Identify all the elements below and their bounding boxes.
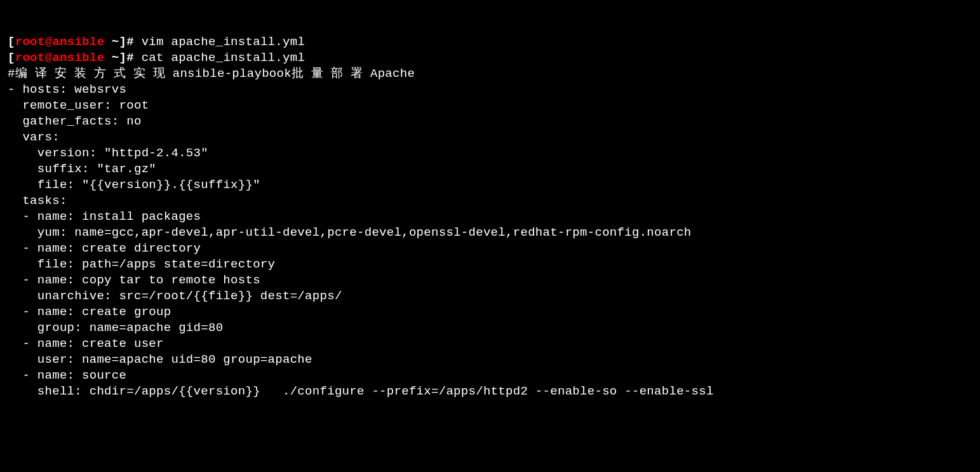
bracket-open: [ (8, 35, 15, 49)
prompt-line-1[interactable]: [root@ansible ~]# vim apache_install.yml (8, 34, 972, 50)
file-line-hosts: - hosts: websrvs (8, 82, 972, 98)
prompt-at: @ (45, 51, 53, 65)
terminal-output: [root@ansible ~]# vim apache_install.yml… (8, 34, 972, 400)
prompt-space (104, 51, 112, 65)
prompt-at: @ (45, 35, 53, 49)
file-line-vars: vars: (8, 130, 972, 145)
file-line-file: file: "{{version}}.{{suffix}}" (8, 177, 972, 193)
file-line-unarchive: unarchive: src=/root/{{file}} dest=/apps… (8, 288, 972, 304)
file-line-task-group: - name: create group (8, 304, 972, 320)
prompt-tilde: ~ (112, 35, 119, 49)
file-line-group-module: group: name=apache gid=80 (8, 320, 972, 336)
file-line-remote-user: remote_user: root (8, 98, 972, 114)
prompt-line-2[interactable]: [root@ansible ~]# cat apache_install.yml (8, 50, 972, 66)
file-line-gather-facts: gather_facts: no (8, 114, 972, 130)
prompt-user: root (15, 51, 45, 65)
file-line-file-module: file: path=/apps state=directory (8, 257, 972, 273)
prompt-user: root (15, 35, 45, 49)
file-line-version: version: "httpd-2.4.53" (8, 145, 972, 161)
file-line-tasks: tasks: (8, 193, 972, 209)
file-line-task-copytar: - name: copy tar to remote hosts (8, 273, 972, 288)
file-line-yum: yum: name=gcc,apr-devel,apr-util-devel,p… (8, 225, 972, 241)
file-line-task-source: - name: source (8, 368, 972, 384)
file-line-task-install: - name: install packages (8, 209, 972, 225)
file-line-user-module: user: name=apache uid=80 group=apache (8, 352, 972, 368)
file-line-task-createdir: - name: create directory (8, 241, 972, 257)
prompt-host: ansible (52, 35, 104, 49)
bracket-close: ] (119, 51, 127, 65)
command-vim: vim apache_install.yml (142, 35, 305, 49)
file-line-shell-module: shell: chdir=/apps/{{version}} ./configu… (8, 384, 972, 400)
prompt-tilde: ~ (112, 51, 119, 65)
bracket-close: ] (119, 35, 127, 49)
file-line-suffix: suffix: "tar.gz" (8, 161, 972, 177)
file-line-task-user: - name: create user (8, 336, 972, 352)
prompt-hash: # (126, 35, 141, 49)
prompt-space (104, 35, 112, 49)
prompt-hash: # (126, 51, 141, 65)
command-cat: cat apache_install.yml (142, 51, 305, 65)
bracket-open: [ (8, 51, 15, 65)
prompt-host: ansible (52, 51, 104, 65)
file-line-comment: #编 译 安 装 方 式 实 现 ansible-playbook批 量 部 署… (8, 66, 972, 82)
